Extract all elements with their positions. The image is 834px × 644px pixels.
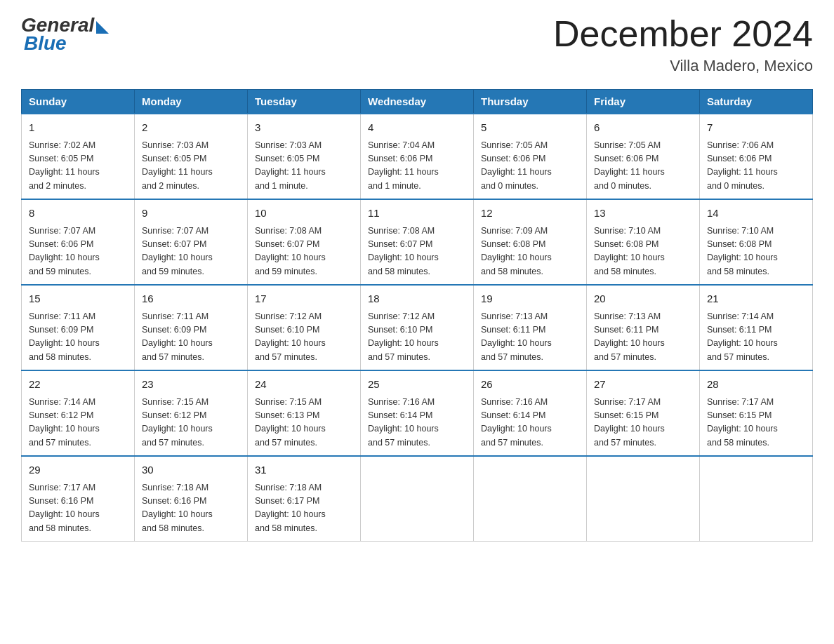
day-number: 19 — [481, 291, 579, 307]
header-sunday: Sunday — [22, 90, 135, 114]
calendar-cell — [587, 456, 700, 542]
day-info: Sunrise: 7:17 AM Sunset: 6:16 PM Dayligh… — [29, 481, 127, 536]
calendar-cell: 24Sunrise: 7:15 AM Sunset: 6:13 PM Dayli… — [248, 370, 361, 456]
day-info: Sunrise: 7:06 AM Sunset: 6:06 PM Dayligh… — [707, 139, 805, 194]
calendar-week-2: 8Sunrise: 7:07 AM Sunset: 6:06 PM Daylig… — [22, 199, 813, 285]
day-info: Sunrise: 7:03 AM Sunset: 6:05 PM Dayligh… — [255, 139, 353, 194]
calendar-cell: 20Sunrise: 7:13 AM Sunset: 6:11 PM Dayli… — [587, 285, 700, 370]
calendar-cell: 18Sunrise: 7:12 AM Sunset: 6:10 PM Dayli… — [361, 285, 474, 370]
calendar-cell: 19Sunrise: 7:13 AM Sunset: 6:11 PM Dayli… — [474, 285, 587, 370]
calendar-week-1: 1Sunrise: 7:02 AM Sunset: 6:05 PM Daylig… — [22, 114, 813, 199]
day-number: 12 — [481, 206, 579, 222]
calendar-cell: 29Sunrise: 7:17 AM Sunset: 6:16 PM Dayli… — [22, 456, 135, 542]
day-info: Sunrise: 7:05 AM Sunset: 6:06 PM Dayligh… — [481, 139, 579, 194]
calendar-cell: 2Sunrise: 7:03 AM Sunset: 6:05 PM Daylig… — [135, 114, 248, 199]
day-number: 14 — [707, 206, 805, 222]
calendar-cell: 8Sunrise: 7:07 AM Sunset: 6:06 PM Daylig… — [22, 199, 135, 285]
header-friday: Friday — [587, 90, 700, 114]
header-row: SundayMondayTuesdayWednesdayThursdayFrid… — [22, 90, 813, 114]
day-number: 6 — [594, 120, 692, 136]
day-number: 1 — [29, 120, 127, 136]
day-info: Sunrise: 7:07 AM Sunset: 6:06 PM Dayligh… — [29, 224, 127, 279]
logo-blue-text: Blue — [24, 32, 67, 55]
calendar-cell — [474, 456, 587, 542]
calendar-cell: 16Sunrise: 7:11 AM Sunset: 6:09 PM Dayli… — [135, 285, 248, 370]
calendar-cell — [700, 456, 813, 542]
calendar-table: SundayMondayTuesdayWednesdayThursdayFrid… — [21, 89, 813, 542]
day-number: 3 — [255, 120, 353, 136]
calendar-cell: 31Sunrise: 7:18 AM Sunset: 6:17 PM Dayli… — [248, 456, 361, 542]
header-wednesday: Wednesday — [361, 90, 474, 114]
day-number: 9 — [142, 206, 240, 222]
calendar-cell: 11Sunrise: 7:08 AM Sunset: 6:07 PM Dayli… — [361, 199, 474, 285]
day-info: Sunrise: 7:03 AM Sunset: 6:05 PM Dayligh… — [142, 139, 240, 194]
day-number: 11 — [368, 206, 466, 222]
logo-triangle-icon — [96, 21, 109, 34]
header-saturday: Saturday — [700, 90, 813, 114]
calendar-week-5: 29Sunrise: 7:17 AM Sunset: 6:16 PM Dayli… — [22, 456, 813, 542]
page-header: General Blue December 2024 Villa Madero,… — [21, 14, 813, 75]
day-info: Sunrise: 7:15 AM Sunset: 6:13 PM Dayligh… — [255, 396, 353, 450]
day-info: Sunrise: 7:05 AM Sunset: 6:06 PM Dayligh… — [594, 139, 692, 194]
day-number: 4 — [368, 120, 466, 136]
day-number: 31 — [255, 462, 353, 478]
day-number: 7 — [707, 120, 805, 136]
day-number: 29 — [29, 462, 127, 478]
calendar-cell: 28Sunrise: 7:17 AM Sunset: 6:15 PM Dayli… — [700, 370, 813, 456]
day-number: 2 — [142, 120, 240, 136]
day-number: 30 — [142, 462, 240, 478]
calendar-cell: 5Sunrise: 7:05 AM Sunset: 6:06 PM Daylig… — [474, 114, 587, 199]
calendar-cell: 27Sunrise: 7:17 AM Sunset: 6:15 PM Dayli… — [587, 370, 700, 456]
calendar-cell: 15Sunrise: 7:11 AM Sunset: 6:09 PM Dayli… — [22, 285, 135, 370]
day-number: 16 — [142, 291, 240, 307]
day-info: Sunrise: 7:17 AM Sunset: 6:15 PM Dayligh… — [707, 396, 805, 450]
page-title: December 2024 — [553, 14, 813, 54]
day-number: 22 — [29, 377, 127, 393]
day-number: 27 — [594, 377, 692, 393]
day-number: 5 — [481, 120, 579, 136]
day-number: 20 — [594, 291, 692, 307]
calendar-cell: 6Sunrise: 7:05 AM Sunset: 6:06 PM Daylig… — [587, 114, 700, 199]
day-number: 23 — [142, 377, 240, 393]
calendar-cell: 21Sunrise: 7:14 AM Sunset: 6:11 PM Dayli… — [700, 285, 813, 370]
calendar-cell: 3Sunrise: 7:03 AM Sunset: 6:05 PM Daylig… — [248, 114, 361, 199]
calendar-week-4: 22Sunrise: 7:14 AM Sunset: 6:12 PM Dayli… — [22, 370, 813, 456]
day-info: Sunrise: 7:02 AM Sunset: 6:05 PM Dayligh… — [29, 139, 127, 194]
day-number: 21 — [707, 291, 805, 307]
day-info: Sunrise: 7:13 AM Sunset: 6:11 PM Dayligh… — [594, 310, 692, 365]
header-tuesday: Tuesday — [248, 90, 361, 114]
calendar-cell — [361, 456, 474, 542]
calendar-cell: 14Sunrise: 7:10 AM Sunset: 6:08 PM Dayli… — [700, 199, 813, 285]
day-number: 26 — [481, 377, 579, 393]
logo: General Blue — [21, 14, 109, 55]
day-number: 24 — [255, 377, 353, 393]
day-info: Sunrise: 7:11 AM Sunset: 6:09 PM Dayligh… — [142, 310, 240, 365]
day-info: Sunrise: 7:13 AM Sunset: 6:11 PM Dayligh… — [481, 310, 579, 365]
day-info: Sunrise: 7:17 AM Sunset: 6:15 PM Dayligh… — [594, 396, 692, 450]
day-number: 25 — [368, 377, 466, 393]
calendar-cell: 10Sunrise: 7:08 AM Sunset: 6:07 PM Dayli… — [248, 199, 361, 285]
calendar-cell: 13Sunrise: 7:10 AM Sunset: 6:08 PM Dayli… — [587, 199, 700, 285]
calendar-cell: 30Sunrise: 7:18 AM Sunset: 6:16 PM Dayli… — [135, 456, 248, 542]
page-subtitle: Villa Madero, Mexico — [553, 57, 813, 75]
calendar-cell: 17Sunrise: 7:12 AM Sunset: 6:10 PM Dayli… — [248, 285, 361, 370]
day-info: Sunrise: 7:18 AM Sunset: 6:17 PM Dayligh… — [255, 481, 353, 536]
header-monday: Monday — [135, 90, 248, 114]
calendar-cell: 1Sunrise: 7:02 AM Sunset: 6:05 PM Daylig… — [22, 114, 135, 199]
calendar-header: SundayMondayTuesdayWednesdayThursdayFrid… — [22, 90, 813, 114]
day-info: Sunrise: 7:08 AM Sunset: 6:07 PM Dayligh… — [255, 224, 353, 279]
calendar-cell: 9Sunrise: 7:07 AM Sunset: 6:07 PM Daylig… — [135, 199, 248, 285]
day-info: Sunrise: 7:16 AM Sunset: 6:14 PM Dayligh… — [368, 396, 466, 450]
calendar-cell: 4Sunrise: 7:04 AM Sunset: 6:06 PM Daylig… — [361, 114, 474, 199]
day-number: 10 — [255, 206, 353, 222]
day-info: Sunrise: 7:18 AM Sunset: 6:16 PM Dayligh… — [142, 481, 240, 536]
day-info: Sunrise: 7:14 AM Sunset: 6:12 PM Dayligh… — [29, 396, 127, 450]
day-info: Sunrise: 7:12 AM Sunset: 6:10 PM Dayligh… — [368, 310, 466, 365]
calendar-cell: 26Sunrise: 7:16 AM Sunset: 6:14 PM Dayli… — [474, 370, 587, 456]
day-info: Sunrise: 7:07 AM Sunset: 6:07 PM Dayligh… — [142, 224, 240, 279]
calendar-cell: 7Sunrise: 7:06 AM Sunset: 6:06 PM Daylig… — [700, 114, 813, 199]
day-number: 15 — [29, 291, 127, 307]
day-info: Sunrise: 7:14 AM Sunset: 6:11 PM Dayligh… — [707, 310, 805, 365]
day-info: Sunrise: 7:10 AM Sunset: 6:08 PM Dayligh… — [594, 224, 692, 279]
day-number: 8 — [29, 206, 127, 222]
